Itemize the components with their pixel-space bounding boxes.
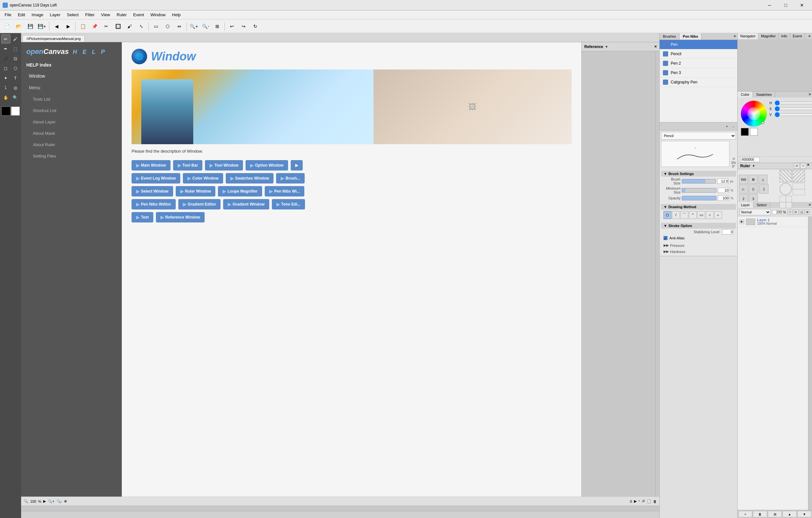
brush-item-pen3[interactable]: Pen 3 (660, 68, 737, 78)
layer-close-icon[interactable]: ✕ (808, 202, 812, 208)
dm-btn-5[interactable]: ▭ (697, 211, 705, 219)
tool-eyedrop[interactable]: ◎ (11, 83, 20, 92)
menu-ruler[interactable]: Ruler (113, 11, 130, 19)
ruler-tool-3[interactable]: △ (758, 175, 767, 184)
hardness-row[interactable]: ▶▶ Hardness (661, 249, 736, 255)
tool-fill[interactable]: ⬛ (1, 54, 10, 63)
layer-visibility-1[interactable]: 👁 (740, 220, 744, 224)
link-gradient-window[interactable]: ▶ Gradient Window (223, 199, 269, 209)
tab-pen-nibs[interactable]: Pen Nibs (679, 33, 702, 39)
ruler-tool-5[interactable]: ⟨⟩ (749, 184, 758, 194)
current-color-black[interactable] (741, 128, 749, 136)
tab-layer[interactable]: Layer (737, 202, 754, 208)
tab-navigator[interactable]: Navigator (737, 33, 758, 39)
brush-panel-btn1[interactable]: + (724, 123, 730, 130)
menu-filter[interactable]: Filter (82, 11, 98, 19)
link-tone-edi[interactable]: ▶ Tone Edi... (272, 199, 305, 209)
nav-sub-layer[interactable]: About Layer (21, 116, 122, 127)
link-main-window[interactable]: ▶ Main Window (132, 160, 171, 171)
tb-redo[interactable]: ↪ (238, 21, 249, 32)
s-slider[interactable] (775, 107, 812, 111)
foreground-color[interactable] (1, 107, 10, 116)
layer-up[interactable]: ▲ (782, 511, 796, 517)
tool-zoom[interactable]: 🔍 (11, 93, 20, 102)
dm-btn-7[interactable]: ⌐ (714, 211, 722, 219)
brush-settings-header[interactable]: ▼ Brush Settings (661, 171, 736, 177)
opacity-input[interactable] (718, 196, 729, 201)
layer-add[interactable]: + (738, 511, 752, 517)
brush-item-pencil[interactable]: Pencil (660, 49, 737, 59)
ruler-tool-6[interactable]: 1 (759, 184, 768, 194)
tool-pen2[interactable]: 🖋 (11, 34, 20, 44)
link-more-1[interactable]: ▶ (291, 160, 303, 171)
layer-merge[interactable]: ⊞ (768, 511, 782, 517)
nav-item-menu[interactable]: Menu (21, 82, 122, 93)
tb-zoom-out[interactable]: 🔍- (200, 21, 211, 32)
tool-move[interactable]: ⤵ (1, 83, 10, 92)
nav-sub-tools[interactable]: Tools List (21, 93, 122, 105)
nav-sub-settings[interactable]: Setting Files (21, 150, 122, 162)
layer-ctrl-2[interactable]: ⊡ (793, 209, 799, 215)
tool-eraser[interactable]: ⬚ (11, 44, 20, 53)
layer-list[interactable]: 👁 Layer 1 100% Normal (737, 217, 808, 510)
tb-select-lasso[interactable]: ⬡ (162, 21, 173, 32)
ruler-tool-2[interactable]: ⊠ (749, 175, 758, 184)
layer-ctrl-3[interactable]: ◫ (799, 209, 804, 215)
tb-cut[interactable]: ✂ (101, 21, 112, 32)
link-reference-window[interactable]: ▶ Reference Window (156, 212, 205, 223)
tb-stamp[interactable]: 🔲 (112, 21, 123, 32)
h-slider[interactable] (775, 101, 812, 105)
layer-ctrl-1[interactable]: ⬡ (787, 209, 792, 215)
brush-item-pen2[interactable]: Pen 2 (660, 59, 737, 68)
help-content[interactable]: 🌐 Window 🖼 Please find the description o… (122, 42, 581, 496)
link-pen-nibs-wi[interactable]: ▶ Pen Nibs Wi... (265, 186, 304, 197)
pressure-row[interactable]: ▶▶ Pressure (661, 242, 736, 249)
tool-star[interactable]: ✦ (1, 74, 10, 83)
v-slider[interactable] (775, 112, 812, 117)
nav-sub-ruler[interactable]: About Ruler (21, 139, 122, 150)
menu-image[interactable]: Image (28, 11, 47, 19)
min-size-bar[interactable] (682, 188, 717, 193)
maximize-button[interactable]: □ (778, 0, 793, 10)
close-button[interactable]: ✕ (794, 0, 809, 10)
stroke-option-header[interactable]: ▼ Stroke Option (661, 223, 736, 229)
menu-edit[interactable]: Edit (14, 11, 28, 19)
reference-close-icon[interactable]: ✕ (654, 45, 657, 48)
tool-select[interactable]: ⊡ (11, 54, 20, 63)
opacity-field[interactable] (772, 210, 782, 214)
tab-info[interactable]: Info (779, 33, 790, 39)
brush-panel-btn2[interactable]: - (730, 123, 737, 130)
menu-view[interactable]: View (98, 11, 113, 19)
blend-mode-select[interactable]: Normal (740, 209, 771, 215)
current-color-white[interactable] (750, 128, 758, 136)
stabilizing-input[interactable] (722, 229, 733, 234)
dm-btn-2[interactable]: / (672, 211, 680, 219)
color-close-icon[interactable]: ✕ (808, 92, 812, 97)
tb-zoom-in[interactable]: 🔍+ (188, 21, 199, 32)
reference-vscroll[interactable] (656, 51, 659, 496)
menu-layer[interactable]: Layer (47, 11, 64, 19)
dm-btn-4[interactable]: ⌃ (689, 211, 697, 219)
dm-btn-1[interactable]: ⟨⟩ (664, 211, 671, 219)
brush-list[interactable]: Pen Pencil Pen 2 Pen 3 Caligraphy Pen (660, 40, 737, 122)
link-option-window[interactable]: ▶ Option Window (245, 160, 288, 171)
tab-color[interactable]: Color (737, 92, 753, 97)
opacity-bar[interactable] (682, 196, 717, 200)
nav-sub-mask[interactable]: About Mask (21, 127, 122, 139)
link-brush[interactable]: ▶ Brush... (276, 173, 304, 183)
tab-brushes[interactable]: Brushes (660, 33, 679, 39)
link-event-log[interactable]: ▶ Event Log Window (132, 173, 180, 183)
anti-alias-checkbox[interactable]: ✓ (664, 236, 667, 240)
tb-flip-h[interactable]: ⇔ (174, 21, 185, 32)
tb-transform[interactable]: ⤡ (136, 21, 147, 32)
tool-pen[interactable]: ✏ (1, 34, 10, 44)
ruler-close-icon[interactable]: ✕ (807, 163, 809, 169)
tool-rect[interactable]: ◻ (1, 64, 10, 73)
layer-down[interactable]: ▼ (798, 511, 811, 517)
tb-redo2[interactable]: ↻ (250, 21, 261, 32)
tb-new[interactable]: 📄 (1, 21, 12, 32)
dm-btn-6[interactable]: ○ (706, 211, 714, 219)
tb-fill[interactable]: 🖌 (124, 21, 135, 32)
link-text[interactable]: ▶ Text (132, 212, 153, 223)
nav-close-icon[interactable]: ✕ (807, 33, 812, 39)
